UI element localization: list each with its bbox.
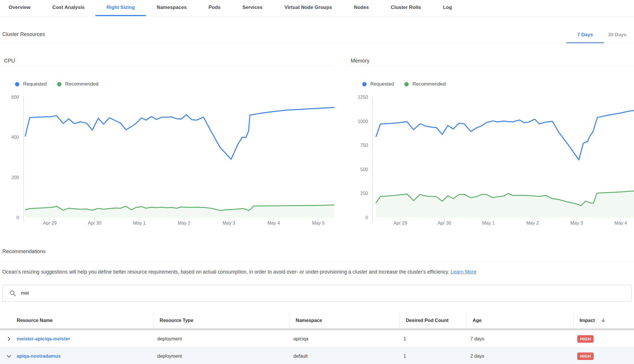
right-sizing-page: { "tabs": { "items": ["Overview", "Cost … (0, 0, 634, 364)
recommendations-table-header: Resource Name Resource Type Namespace De… (0, 313, 634, 327)
tab-cost-analysis[interactable]: Cost Analysis (41, 0, 96, 16)
column-header-namespace: Namespace (289, 313, 399, 327)
svg-text:250: 250 (360, 191, 368, 196)
sort-desc-arrow-icon[interactable] (600, 317, 606, 323)
tab-pods[interactable]: Pods (198, 0, 232, 16)
legend-item-recommended: Recommended (57, 81, 98, 87)
requested-dot-icon (362, 82, 367, 86)
column-header-impact[interactable]: Impact (573, 313, 634, 327)
tab-log[interactable]: Log (432, 0, 463, 16)
cpu-line-chart: 0200400600Apr 29Apr 30May 1May 2May 3May… (2, 95, 337, 229)
divider (0, 43, 634, 43)
resource-search-box[interactable] (2, 285, 632, 302)
legend-item-requested: Requested (15, 81, 47, 87)
resource-name-link[interactable]: apiqa-nostradamus (17, 353, 61, 359)
column-header-resource-type: Resource Type (153, 313, 289, 327)
chevron-right-icon[interactable] (6, 336, 12, 342)
desired-pod-count-cell: 1 (399, 353, 466, 359)
divider (347, 65, 634, 66)
resource-type-cell: deployment (153, 336, 289, 342)
description-text: Ocean's resizing suggestions will help y… (2, 269, 451, 275)
column-header-desired-pod-count: Desired Pod Count (399, 313, 466, 327)
svg-text:1000: 1000 (358, 119, 368, 124)
resource-name-link[interactable]: meister-apiciqa-meister (17, 336, 70, 342)
divider (0, 261, 634, 261)
svg-text:Apr 30: Apr 30 (437, 221, 451, 225)
tab-right-sizing[interactable]: Right Sizing (95, 0, 146, 16)
range-tab-7-days[interactable]: 7 Days (566, 27, 604, 43)
desired-pod-count-cell: 1 (399, 336, 466, 342)
legend-item-recommended: Recommended (404, 81, 446, 87)
legend-label: Requested (370, 81, 394, 87)
namespace-cell: default (289, 353, 399, 359)
cpu-legend: Requested Recommended (15, 81, 99, 87)
tab-namespaces[interactable]: Namespaces (146, 0, 198, 16)
legend-label: Recommended (65, 81, 98, 87)
cpu-chart-title: CPU (4, 58, 15, 64)
svg-text:600: 600 (11, 95, 19, 100)
recommendations-title: Recommendations (2, 249, 46, 255)
recommendations-description: Ocean's resizing suggestions will help y… (2, 269, 476, 275)
svg-text:May 1: May 1 (133, 221, 146, 225)
time-range-tabs: 7 Days 30 Days (566, 27, 631, 43)
column-header-resource-name: Resource Name (0, 313, 153, 327)
svg-text:400: 400 (11, 135, 19, 140)
tab-cluster-rolls[interactable]: Cluster Rolls (380, 0, 432, 16)
svg-text:May 5: May 5 (312, 221, 325, 225)
legend-item-requested: Requested (362, 81, 394, 87)
table-row[interactable]: meister-apiciqa-meister deployment apici… (0, 330, 634, 348)
svg-text:Apr 30: Apr 30 (88, 221, 101, 225)
recommended-dot-icon (404, 82, 409, 86)
age-cell: 2 days (466, 353, 573, 359)
impact-header-label: Impact (580, 318, 595, 323)
svg-text:May 4: May 4 (267, 221, 280, 225)
memory-line-chart: 025050075010001250Apr 29Apr 30May 1May 2… (350, 95, 634, 229)
impact-badge: HIGH (577, 335, 594, 343)
svg-text:Apr 29: Apr 29 (393, 221, 407, 225)
legend-label: Requested (23, 81, 47, 87)
learn-more-link[interactable]: Learn More (451, 269, 477, 275)
svg-text:750: 750 (360, 143, 368, 148)
svg-text:1250: 1250 (358, 95, 368, 100)
svg-text:May 1: May 1 (482, 221, 495, 225)
svg-text:May 3: May 3 (222, 221, 235, 225)
svg-text:500: 500 (360, 167, 368, 172)
cluster-resources-title: Cluster Resources (2, 31, 45, 37)
svg-text:May 2: May 2 (178, 221, 190, 225)
namespace-cell: apiciqa (289, 336, 399, 342)
search-icon (9, 289, 16, 297)
column-header-age: Age (466, 313, 573, 327)
chevron-down-icon[interactable] (6, 353, 12, 359)
svg-text:0: 0 (365, 215, 368, 220)
memory-legend: Requested Recommended (362, 81, 446, 87)
main-tab-bar: OverviewCost AnalysisRight SizingNamespa… (0, 0, 634, 16)
resource-type-cell: deployment (153, 353, 289, 359)
svg-text:Apr 29: Apr 29 (43, 221, 56, 225)
svg-text:May 3: May 3 (570, 221, 583, 225)
impact-badge: HIGH (577, 352, 594, 360)
search-input[interactable] (20, 290, 598, 296)
tab-overview[interactable]: Overview (0, 0, 41, 16)
memory-chart-title: Memory (351, 58, 369, 64)
svg-text:0: 0 (16, 215, 19, 220)
table-row[interactable]: apiqa-nostradamus deployment default 1 2… (0, 348, 634, 364)
requested-dot-icon (15, 82, 19, 86)
svg-text:200: 200 (11, 175, 19, 180)
svg-text:May 2: May 2 (526, 221, 539, 225)
tab-virtual-node-groups[interactable]: Virtual Node Groups (273, 0, 343, 16)
recommended-dot-icon (57, 82, 61, 86)
tab-nodes[interactable]: Nodes (343, 0, 380, 16)
divider (0, 65, 334, 66)
tab-services[interactable]: Services (231, 0, 273, 16)
age-cell: 7 days (466, 336, 573, 342)
legend-label: Recommended (412, 81, 446, 87)
recommendations-table-body: meister-apiciqa-meister deployment apici… (0, 330, 634, 364)
range-tab-30-days[interactable]: 30 Days (604, 27, 631, 43)
svg-text:May 4: May 4 (614, 221, 627, 225)
table-header-divider (0, 328, 634, 330)
